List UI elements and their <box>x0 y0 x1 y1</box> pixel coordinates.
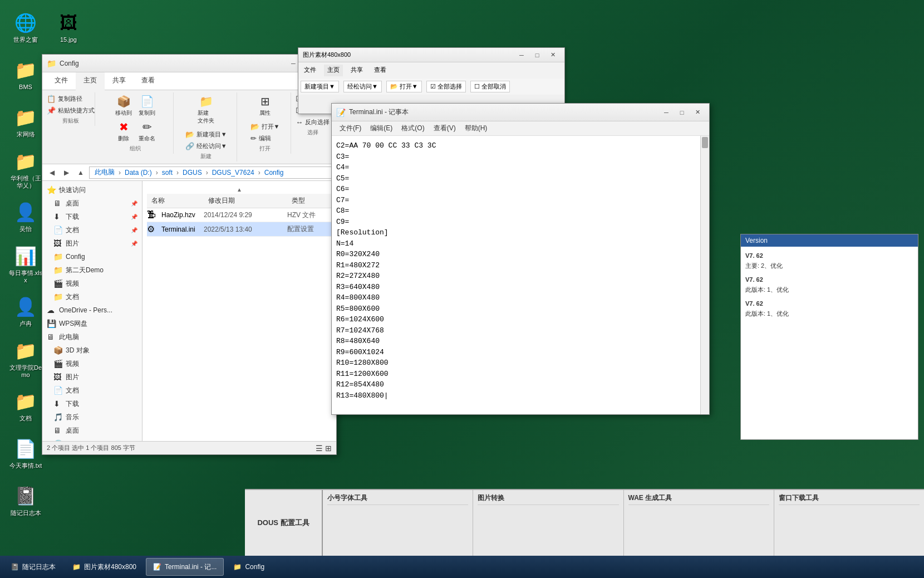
desktop-icon-songfont[interactable]: 📁 宋网络 <box>6 100 46 145</box>
sidebar-item-thispc[interactable]: 🖥 此电脑 <box>42 330 142 344</box>
sidebar-item-docs[interactable]: 📄 文档 📌 <box>42 223 142 237</box>
sidebar-item-download[interactable]: ⬇ 下载 📌 <box>42 210 142 223</box>
up-button[interactable]: ▲ <box>75 166 87 179</box>
rename-btn[interactable]: ✏ 重命名 <box>136 119 158 144</box>
bg-maximize[interactable]: □ <box>530 49 544 61</box>
desktop-icon-daily[interactable]: 📊 每日事情.xlsx <box>6 242 46 287</box>
delete-btn[interactable]: ✖ 删除 <box>112 119 135 144</box>
path-data[interactable]: Data (D:) <box>123 168 154 177</box>
notepad-maximize[interactable]: □ <box>675 106 689 119</box>
version-content: V7. 62 主要: 2、优化 V7. 62 此版本: 1、优化 V7. 62 … <box>741 247 918 328</box>
tab-view[interactable]: 查看 <box>134 72 163 90</box>
bg-close[interactable]: ✕ <box>545 49 560 61</box>
sidebar-item-windows-ssd[interactable]: 💿 Windows-SSD <box>42 437 142 441</box>
easy-access-btn[interactable]: 🔗 经松访问▼ <box>182 141 230 151</box>
path-version[interactable]: DGUS_V7624 <box>210 168 256 177</box>
desktop-icon-bms[interactable]: 📁 BMS <box>6 53 46 97</box>
path-soft[interactable]: soft <box>160 168 174 177</box>
notepad-text-area[interactable]: C2=AA 70 00 CC 33 C3 3C C3= C4= C5= C6= … <box>332 136 700 414</box>
sidebar-item-documents[interactable]: 📄 文档 <box>42 384 142 397</box>
desktop-icon-lufei[interactable]: 👤 卢冉 <box>6 290 46 334</box>
sort-chevron[interactable]: ▲ <box>147 185 332 194</box>
sidebar-item-wps[interactable]: 💾 WPS网盘 <box>42 317 142 330</box>
taskbar-btn-memo[interactable]: 📓 随记日志本 <box>3 558 63 576</box>
notepad-minimize[interactable]: ─ <box>659 106 674 119</box>
tab-home[interactable]: 主页 <box>76 72 105 90</box>
sidebar-item-pics[interactable]: 🖼 图片 <box>42 370 142 384</box>
status-text: 2 个项目 选中 1 个项目 805 字节 <box>47 444 135 452</box>
sidebar-item-3d[interactable]: 📦 3D 对象 <box>42 344 142 357</box>
bg-tab-file[interactable]: 文件 <box>301 65 320 76</box>
copy-path-icon: 📋 <box>47 95 56 103</box>
path-dgus[interactable]: DGUS <box>181 168 204 177</box>
path-pc[interactable]: 此电脑 <box>93 167 116 178</box>
desktop-icon-wenxue[interactable]: 📁 文理学院Demo <box>6 337 46 381</box>
menu-help[interactable]: 帮助(H) <box>460 122 492 135</box>
edit-btn[interactable]: ✏ 编辑 <box>247 133 283 144</box>
file-item-haozip[interactable]: 🗜 HaoZip.hzv 2014/12/24 9:29 HZV 文件 <box>147 208 332 222</box>
properties-btn[interactable]: ⊞ 属性 <box>254 94 276 118</box>
bg-new-project-btn[interactable]: 新建项目▼ <box>301 81 339 92</box>
desktop-icon-wendang[interactable]: 📁 文档 <box>6 384 46 429</box>
bg-tab-home[interactable]: 主页 <box>324 65 343 76</box>
desktop-icon-wendang-label: 文档 <box>19 415 32 422</box>
tab-file[interactable]: 文件 <box>47 72 76 90</box>
new-item-btn[interactable]: 📂 新建项目▼ <box>182 129 230 140</box>
bg-path-access-btn[interactable]: 经松访问▼ <box>343 81 382 92</box>
file-item-terminal[interactable]: ⚙ Terminal.ini 2022/5/13 13:40 配置设置 <box>147 222 332 237</box>
grid-view-btn[interactable]: ⊞ <box>325 444 332 453</box>
open-btn[interactable]: 📂 打开▼ <box>247 121 283 132</box>
sidebar-item-onedrive[interactable]: ☁ OneDrive - Pers... <box>42 303 142 317</box>
desktop-icon-jrsnb[interactable]: 📄 今天事情.txt <box>6 432 46 476</box>
taskbar-config-label: Config <box>245 563 264 571</box>
menu-view[interactable]: 查看(V) <box>429 122 460 135</box>
bg-select-all-btn[interactable]: ☑ 全部选择 <box>426 81 466 92</box>
forward-button[interactable]: ▶ <box>60 166 72 179</box>
invert-btn[interactable]: ↔ 反向选择 <box>292 117 333 128</box>
desktop-icon-huawei[interactable]: 📁 华利维（王华乂） <box>6 148 46 192</box>
tab-share[interactable]: 共享 <box>105 72 134 90</box>
sidebar-item-docs2[interactable]: 📁 文档 <box>42 290 142 303</box>
notepad-close[interactable]: ✕ <box>690 106 705 119</box>
sidebar-item-desktop[interactable]: 🖥 桌面 📌 <box>42 197 142 210</box>
bg-tab-share[interactable]: 共享 <box>347 65 366 76</box>
haozip-filename: HaoZip.hzv <box>161 211 204 219</box>
taskbar-btn-config[interactable]: 📁 Config <box>226 558 272 576</box>
sidebar-docs-label: 文档 <box>66 226 79 235</box>
bg-minimize[interactable]: ─ <box>514 49 529 61</box>
sidebar-item-music[interactable]: 🎵 音乐 <box>42 410 142 424</box>
desktop-icon-jpg15[interactable]: 🖼 15.jpg <box>48 6 89 50</box>
sidebar-item-config[interactable]: 📁 Config <box>42 250 142 263</box>
taskbar-btn-terminal[interactable]: 📝 Terminal.ini - 记... <box>146 558 224 576</box>
paste-shortcut-btn[interactable]: 📌 粘贴快捷方式 <box>43 105 98 116</box>
path-config[interactable]: Config <box>263 168 286 177</box>
desktop-icon-world[interactable]: 🌐 世界之窗 <box>6 6 46 50</box>
new-folder-btn[interactable]: 📁 新建文件夹 <box>195 94 217 126</box>
list-view-btn[interactable]: ☰ <box>316 444 323 453</box>
menu-format[interactable]: 格式(O) <box>397 122 429 135</box>
col-name[interactable]: 名称 <box>147 195 204 207</box>
notepad-scrollbar[interactable] <box>700 136 709 414</box>
scrollbar-thumb[interactable] <box>702 137 708 148</box>
col-type[interactable]: 类型 <box>287 195 332 207</box>
desktop-icon-memo[interactable]: 📓 随记日志本 <box>6 479 46 523</box>
sidebar-item-demo[interactable]: 📁 第二天Demo <box>42 263 142 277</box>
copy-path-btn[interactable]: 📋 复制路径 <box>43 94 98 104</box>
desktop-icon-wuhao[interactable]: 👤 吴怡 <box>6 195 46 239</box>
menu-edit[interactable]: 编辑(E) <box>366 122 397 135</box>
bg-tab-view[interactable]: 查看 <box>371 65 390 76</box>
bg-open-btn[interactable]: 📂 打开▼ <box>386 81 422 92</box>
sidebar-item-quick-access[interactable]: ⭐ 快速访问 <box>42 183 142 197</box>
sidebar-item-pictures[interactable]: 🖼 图片 📌 <box>42 237 142 250</box>
sidebar-item-video[interactable]: 🎬 视频 <box>42 277 142 290</box>
menu-file[interactable]: 文件(F) <box>335 122 366 135</box>
back-button[interactable]: ◀ <box>46 166 58 179</box>
taskbar-btn-img480[interactable]: 📁 图片素材480x800 <box>65 558 144 576</box>
move-to-btn[interactable]: 📦 移动到 <box>112 94 135 118</box>
sidebar-item-videos[interactable]: 🎬 视频 <box>42 357 142 370</box>
copy-to-btn[interactable]: 📄 复制到 <box>136 94 158 118</box>
sidebar-item-desktop2[interactable]: 🖥 桌面 <box>42 424 142 437</box>
bg-deselect-all-btn[interactable]: ☐ 全部取消 <box>470 81 510 92</box>
col-date[interactable]: 修改日期 <box>204 195 287 207</box>
sidebar-item-downloads[interactable]: ⬇ 下载 <box>42 397 142 410</box>
